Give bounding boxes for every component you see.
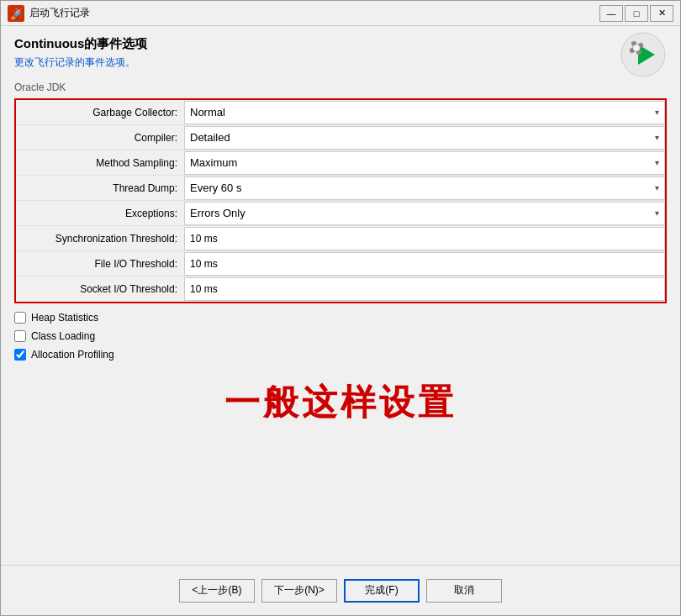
- thread-dump-row: Thread Dump: Every 60 s ▾: [16, 176, 665, 201]
- garbage-collector-value: Normal: [190, 106, 225, 118]
- thread-dump-dropdown[interactable]: Every 60 s ▾: [184, 176, 665, 200]
- socket-io-input[interactable]: [184, 277, 665, 301]
- logo-area: [620, 31, 667, 81]
- garbage-collector-row: Garbage Collector: Normal ▾: [16, 100, 665, 125]
- allocation-profiling-row: Allocation Profiling: [14, 347, 667, 362]
- exceptions-row: Exceptions: Errors Only ▾: [16, 201, 665, 226]
- file-io-label: File I/O Threshold:: [16, 255, 184, 273]
- sync-threshold-row: Synchronization Threshold:: [16, 226, 665, 251]
- title-bar-left: 🚀 启动飞行记录: [8, 5, 90, 22]
- window-title: 启动飞行记录: [29, 6, 90, 20]
- garbage-collector-label: Garbage Collector:: [16, 103, 184, 122]
- app-icon: 🚀: [8, 5, 24, 22]
- method-sampling-value: Maximum: [190, 156, 237, 169]
- method-sampling-arrow: ▾: [655, 158, 659, 167]
- compiler-arrow: ▾: [655, 133, 659, 142]
- close-button[interactable]: ✕: [650, 5, 673, 22]
- thread-dump-label: Thread Dump:: [16, 179, 184, 197]
- class-loading-checkbox[interactable]: [14, 330, 26, 342]
- socket-io-row: Socket I/O Threshold:: [16, 276, 665, 302]
- back-button[interactable]: <上一步(B): [179, 579, 255, 603]
- cancel-button[interactable]: 取消: [426, 579, 502, 603]
- maximize-button[interactable]: □: [625, 5, 648, 22]
- garbage-collector-arrow: ▾: [655, 108, 659, 117]
- page-subtitle: 更改飞行记录的事件选项。: [14, 55, 667, 70]
- exceptions-dropdown[interactable]: Errors Only ▾: [184, 202, 665, 225]
- compiler-dropdown[interactable]: Detailed ▾: [184, 126, 665, 150]
- next-button[interactable]: 下一步(N)>: [261, 579, 337, 603]
- main-window: 🚀 启动飞行记录 — □ ✕ Continuous的事件选项 更改飞行记录的事件…: [0, 0, 681, 616]
- exceptions-label: Exceptions:: [16, 204, 184, 223]
- heap-statistics-label: Heap Statistics: [31, 312, 98, 324]
- method-sampling-row: Method Sampling: Maximum ▾: [16, 150, 665, 176]
- heap-statistics-row: Heap Statistics: [14, 310, 667, 325]
- method-sampling-dropdown[interactable]: Maximum ▾: [184, 151, 665, 175]
- compiler-label: Compiler:: [16, 129, 184, 147]
- garbage-collector-dropdown[interactable]: Normal ▾: [184, 101, 665, 124]
- compiler-value: Detailed: [190, 131, 230, 144]
- page-title: Continuous的事件选项: [14, 36, 667, 52]
- allocation-profiling-label: Allocation Profiling: [31, 349, 114, 361]
- method-sampling-label: Method Sampling:: [16, 154, 184, 172]
- title-bar-controls: — □ ✕: [599, 5, 673, 22]
- form-box: Garbage Collector: Normal ▾ Compiler: De…: [14, 98, 667, 303]
- thread-dump-value: Every 60 s: [190, 182, 241, 194]
- checkboxes-area: Heap Statistics Class Loading Allocation…: [14, 310, 667, 366]
- footer: <上一步(B) 下一步(N)> 完成(F) 取消: [1, 565, 680, 615]
- file-io-row: File I/O Threshold:: [16, 251, 665, 276]
- thread-dump-arrow: ▾: [655, 183, 659, 192]
- exceptions-value: Errors Only: [190, 207, 245, 219]
- heap-statistics-checkbox[interactable]: [14, 312, 26, 324]
- class-loading-label: Class Loading: [31, 330, 95, 342]
- exceptions-arrow: ▾: [655, 208, 659, 218]
- socket-io-label: Socket I/O Threshold:: [16, 280, 184, 298]
- sync-threshold-input[interactable]: [184, 227, 665, 250]
- class-loading-row: Class Loading: [14, 329, 667, 344]
- title-bar: 🚀 启动飞行记录 — □ ✕: [1, 1, 680, 26]
- jmc-logo: [620, 31, 667, 78]
- finish-button[interactable]: 完成(F): [344, 579, 420, 603]
- content-area: Continuous的事件选项 更改飞行记录的事件选项。 Oracle JDK …: [1, 26, 680, 565]
- minimize-button[interactable]: —: [599, 5, 623, 22]
- sync-threshold-label: Synchronization Threshold:: [16, 229, 184, 248]
- svg-text:🚀: 🚀: [10, 7, 24, 21]
- file-io-input[interactable]: [184, 252, 665, 276]
- allocation-profiling-checkbox[interactable]: [14, 349, 26, 361]
- annotation-text: 一般这样设置: [14, 379, 667, 426]
- section-label: Oracle JDK: [14, 82, 667, 93]
- compiler-row: Compiler: Detailed ▾: [16, 125, 665, 150]
